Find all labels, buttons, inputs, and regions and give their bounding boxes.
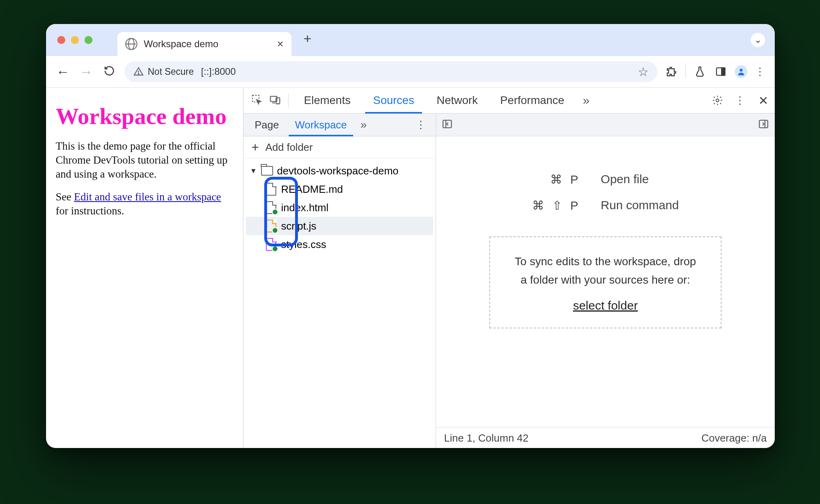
- rendered-page: Workspace demo This is the demo page for…: [46, 88, 243, 448]
- shortcut-key: ⌘ ⇧ P: [532, 198, 581, 212]
- more-tabs-button[interactable]: »: [576, 94, 596, 107]
- page-paragraph-1: This is the demo page for the official C…: [56, 139, 233, 181]
- mapped-indicator-icon: [272, 209, 278, 215]
- tree-file-script[interactable]: script.js: [246, 217, 433, 235]
- globe-icon: [125, 38, 137, 50]
- tab-performance[interactable]: Performance: [490, 88, 575, 113]
- tab-elements[interactable]: Elements: [293, 88, 361, 113]
- shortcut-label: Run command: [601, 198, 679, 212]
- tab-sources[interactable]: Sources: [363, 88, 425, 113]
- folder-label: devtools-workspace-demo: [277, 165, 398, 177]
- workspace-dropzone[interactable]: To sync edits to the workspace, drop a f…: [489, 236, 722, 328]
- svg-point-0: [138, 74, 139, 74]
- browser-menu-button[interactable]: ⋮: [755, 66, 766, 78]
- browser-window: Workspace demo × + ⌄ ← → Not Secure [::]…: [46, 24, 775, 448]
- address-bar[interactable]: Not Secure [::]:8000 ☆: [125, 61, 657, 82]
- new-tab-button[interactable]: +: [295, 31, 320, 46]
- tab-strip: Workspace demo × + ⌄: [46, 24, 775, 56]
- svg-rect-2: [722, 68, 725, 76]
- side-panel-button[interactable]: [714, 65, 728, 78]
- sources-more-button[interactable]: ⋮: [410, 119, 432, 131]
- tree-file-styles[interactable]: styles.css: [246, 235, 433, 254]
- security-indicator[interactable]: Not Secure: [133, 66, 194, 77]
- folder-icon: [261, 166, 273, 176]
- toggle-debugger-button[interactable]: [758, 118, 769, 131]
- page-heading: Workspace demo: [56, 103, 233, 130]
- tree-file-index[interactable]: index.html: [246, 198, 433, 217]
- editor-statusbar: Line 1, Column 42 Coverage: n/a: [436, 427, 775, 448]
- editor-pane: ⌘ P Open file ⌘ ⇧ P Run command To sync …: [436, 114, 775, 448]
- forward-button[interactable]: →: [78, 64, 94, 80]
- profile-button[interactable]: [735, 65, 748, 78]
- file-label: styles.css: [281, 238, 326, 251]
- browser-tab[interactable]: Workspace demo ×: [117, 32, 291, 56]
- close-tab-button[interactable]: ×: [277, 38, 283, 50]
- tab-title: Workspace demo: [144, 38, 218, 50]
- url-text: [::]:8000: [201, 66, 236, 77]
- devtools-panel: Elements Sources Network Performance » ⋮…: [243, 88, 775, 448]
- file-icon: [266, 183, 276, 196]
- add-folder-button[interactable]: + Add folder: [243, 136, 436, 158]
- window-controls: [57, 24, 92, 56]
- plus-icon: +: [251, 140, 259, 155]
- toggle-navigator-button[interactable]: [442, 118, 453, 131]
- dropzone-text: To sync edits to the workspace, drop a f…: [510, 252, 701, 289]
- more-subtabs-button[interactable]: »: [355, 118, 372, 131]
- separator: [288, 94, 289, 107]
- content-area: Workspace demo This is the demo page for…: [46, 88, 775, 448]
- file-label: script.js: [281, 220, 316, 232]
- mapped-indicator-icon: [272, 227, 278, 234]
- file-label: index.html: [281, 202, 329, 214]
- device-toolbar-button[interactable]: [267, 94, 283, 107]
- extensions-button[interactable]: [665, 65, 678, 78]
- separator: [685, 65, 686, 78]
- back-button[interactable]: ←: [55, 64, 71, 80]
- settings-button[interactable]: [711, 94, 724, 107]
- bookmark-button[interactable]: ☆: [638, 65, 649, 79]
- mapped-indicator-icon: [272, 246, 278, 252]
- tab-network[interactable]: Network: [426, 88, 488, 113]
- devtools-body: Page Workspace » ⋮ + Add folder ▼ devto: [243, 114, 775, 448]
- shortcut-label: Open file: [601, 172, 679, 186]
- editor-empty-state: ⌘ P Open file ⌘ ⇧ P Run command To sync …: [436, 136, 775, 427]
- coverage-status: Coverage: n/a: [701, 432, 767, 444]
- file-label: README.md: [281, 183, 343, 196]
- file-tree: ▼ devtools-workspace-demo README.md inde…: [243, 158, 436, 257]
- svg-point-7: [716, 99, 719, 102]
- labs-button[interactable]: [693, 65, 707, 78]
- close-devtools-button[interactable]: ✕: [756, 94, 770, 107]
- tree-file-readme[interactable]: README.md: [246, 180, 433, 198]
- maximize-window-button[interactable]: [84, 36, 92, 44]
- minimize-window-button[interactable]: [71, 36, 79, 44]
- browser-toolbar: ← → Not Secure [::]:8000 ☆ ⋮: [46, 56, 775, 88]
- sources-navigator: Page Workspace » ⋮ + Add folder ▼ devto: [243, 114, 436, 448]
- svg-point-3: [740, 69, 742, 72]
- devtools-menu-button[interactable]: ⋮: [735, 94, 746, 107]
- select-folder-link[interactable]: select folder: [573, 299, 638, 312]
- chevron-down-icon: ▼: [250, 167, 257, 175]
- page-paragraph-2: See Edit and save files in a workspace f…: [56, 190, 233, 218]
- security-label: Not Secure: [148, 66, 194, 77]
- inspect-element-button[interactable]: [248, 94, 265, 107]
- subtab-workspace[interactable]: Workspace: [287, 114, 355, 136]
- sources-subtabs: Page Workspace » ⋮: [243, 114, 436, 136]
- page-link[interactable]: Edit and save files in a workspace: [74, 191, 221, 203]
- close-window-button[interactable]: [57, 36, 65, 44]
- shortcut-hints: ⌘ P Open file ⌘ ⇧ P Run command: [532, 172, 679, 212]
- reload-button[interactable]: [101, 65, 117, 78]
- shortcut-key: ⌘ P: [532, 172, 581, 186]
- devtools-tabstrip: Elements Sources Network Performance » ⋮…: [243, 88, 775, 114]
- editor-toolbar: [436, 114, 775, 136]
- subtab-page[interactable]: Page: [247, 114, 287, 136]
- tab-search-button[interactable]: ⌄: [751, 33, 765, 47]
- cursor-position: Line 1, Column 42: [444, 432, 529, 444]
- tree-folder[interactable]: ▼ devtools-workspace-demo: [246, 162, 433, 180]
